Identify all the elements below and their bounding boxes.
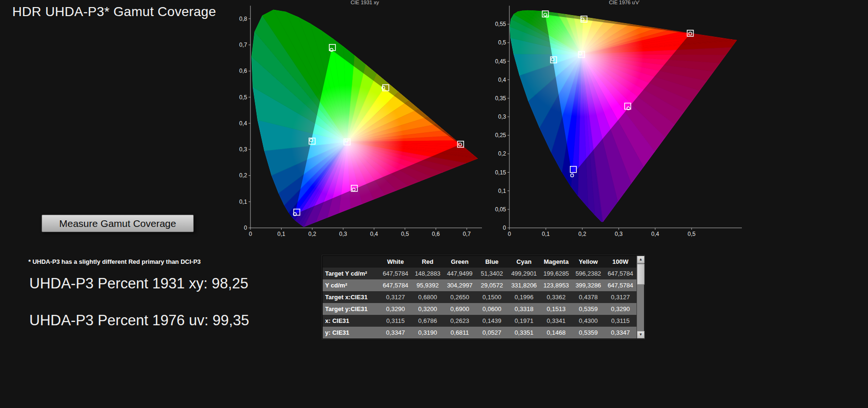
svg-text:0,2: 0,2 [578, 231, 586, 237]
column-header: Yellow [572, 256, 604, 268]
table-cell: 647,5784 [379, 279, 412, 291]
row-label: y: CIE31 [323, 327, 379, 339]
row-label: Y cd/m² [323, 279, 379, 291]
svg-text:0,7: 0,7 [463, 231, 471, 237]
scroll-down-icon[interactable]: ▼ [637, 331, 645, 339]
svg-text:0,45: 0,45 [495, 58, 507, 65]
svg-text:0,35: 0,35 [495, 95, 507, 102]
column-header: Green [444, 256, 476, 268]
svg-text:0,4: 0,4 [370, 231, 378, 237]
svg-text:0,1: 0,1 [277, 231, 285, 237]
table-cell: 0,6786 [412, 315, 444, 327]
svg-text:0: 0 [503, 225, 506, 231]
row-label: Target Y cd/m² [323, 268, 379, 279]
table-cell: 0,3127 [379, 291, 412, 303]
svg-text:0,2: 0,2 [239, 172, 247, 179]
corner-cell [323, 256, 379, 268]
table-header-row: WhiteRedGreenBlueCyanMagentaYellow100W [323, 256, 636, 268]
table-row: x: CIE310,31150,67860,26230,14390,19710,… [323, 315, 636, 327]
table-row: Target y:CIE310,32900,32000,69000,06000,… [323, 303, 636, 315]
table-cell: 0,1439 [476, 315, 508, 327]
table-cell: 0,1971 [508, 315, 540, 327]
svg-text:0: 0 [244, 225, 247, 231]
table-cell: 51,3402 [476, 268, 508, 279]
svg-text:0,5: 0,5 [239, 94, 247, 101]
svg-text:0,1: 0,1 [542, 231, 550, 237]
table-cell: 304,2997 [444, 279, 476, 291]
table-cell: 0,3351 [508, 327, 540, 339]
column-header: Magenta [540, 256, 572, 268]
svg-text:0: 0 [249, 231, 252, 237]
scrollbar-thumb[interactable] [637, 264, 645, 285]
measurement-table: WhiteRedGreenBlueCyanMagentaYellow100WTa… [322, 255, 645, 339]
footnote-text: * UHDA-P3 has a slightly different Red p… [28, 258, 201, 265]
measurement-grid: WhiteRedGreenBlueCyanMagentaYellow100WTa… [323, 256, 636, 339]
column-header: 100W [604, 256, 636, 268]
chart-svg-xy: 00,10,20,30,40,50,60,700,10,20,30,40,50,… [236, 0, 484, 241]
table-cell: 0,3115 [379, 315, 412, 327]
scroll-up-icon[interactable]: ▲ [637, 256, 645, 263]
measure-gamut-coverage-button[interactable]: Measure Gamut Coverage [42, 215, 194, 232]
table-cell: 0,5359 [572, 327, 604, 339]
svg-text:0,3: 0,3 [498, 113, 506, 120]
column-header: Red [412, 256, 444, 268]
svg-text:0,5: 0,5 [401, 231, 409, 237]
svg-text:0,6: 0,6 [239, 68, 247, 74]
svg-text:0,2: 0,2 [308, 231, 316, 237]
svg-text:0,1: 0,1 [498, 188, 506, 194]
table-cell: 0,1468 [540, 327, 572, 339]
table-cell: 331,8206 [508, 279, 540, 291]
svg-text:0,25: 0,25 [495, 132, 507, 139]
table-cell: 0,3318 [508, 303, 540, 315]
chart-title: CIE 1976 u'v' [609, 0, 640, 5]
table-cell: 0,3290 [604, 303, 636, 315]
table-cell: 29,0572 [476, 279, 508, 291]
table-cell: 0,3347 [379, 327, 412, 339]
table-cell: 0,3341 [540, 315, 572, 327]
table-cell: 0,3190 [412, 327, 444, 339]
table-cell: 0,4378 [572, 291, 604, 303]
table-cell: 647,5784 [604, 279, 636, 291]
table-cell: 399,3286 [572, 279, 604, 291]
svg-text:0,3: 0,3 [615, 231, 623, 237]
svg-text:0,6: 0,6 [432, 231, 440, 237]
table-cell: 0,0600 [476, 303, 508, 315]
table-cell: 0,1996 [508, 291, 540, 303]
table-cell: 499,2901 [508, 268, 540, 279]
table-cell: 0,3290 [379, 303, 412, 315]
column-header: Cyan [508, 256, 540, 268]
table-cell: 0,6800 [412, 291, 444, 303]
table-cell: 123,8953 [540, 279, 572, 291]
row-label: Target x:CIE31 [323, 291, 379, 303]
table-cell: 596,2382 [572, 268, 604, 279]
table-cell: 647,5784 [379, 268, 412, 279]
svg-text:0,4: 0,4 [239, 120, 247, 127]
table-cell: 0,3127 [604, 291, 636, 303]
table-cell: 0,0527 [476, 327, 508, 339]
column-header: Blue [476, 256, 508, 268]
svg-text:0,7: 0,7 [239, 42, 247, 48]
table-cell: 0,3200 [412, 303, 444, 315]
chart-svg-uv: 00,10,20,30,40,500,050,10,150,20,250,30,… [491, 0, 745, 241]
table-cell: 0,1500 [476, 291, 508, 303]
svg-text:0,4: 0,4 [651, 231, 659, 237]
table-cell: 0,4300 [572, 315, 604, 327]
svg-text:0,05: 0,05 [495, 206, 507, 213]
table-cell: 447,9499 [444, 268, 476, 279]
svg-text:0,15: 0,15 [495, 169, 507, 176]
svg-text:0,5: 0,5 [688, 231, 696, 237]
table-cell: 647,5784 [604, 268, 636, 279]
cie-1931-xy-chart: 00,10,20,30,40,50,60,700,10,20,30,40,50,… [236, 0, 484, 241]
table-row: y: CIE310,33470,31900,68110,05270,33510,… [323, 327, 636, 339]
page-title: HDR UHDA-P3* Gamut Coverage [12, 4, 216, 19]
table-scrollbar[interactable]: ▲ ▼ [636, 256, 644, 339]
table-cell: 0,3115 [604, 315, 636, 327]
table-cell: 0,6900 [444, 303, 476, 315]
svg-text:0,2: 0,2 [498, 150, 506, 157]
svg-text:0,8: 0,8 [239, 16, 247, 22]
table-cell: 0,5359 [572, 303, 604, 315]
table-cell: 0,3347 [604, 327, 636, 339]
svg-text:0,1: 0,1 [239, 199, 247, 205]
svg-text:0,5: 0,5 [498, 39, 506, 46]
svg-text:0: 0 [508, 231, 511, 237]
